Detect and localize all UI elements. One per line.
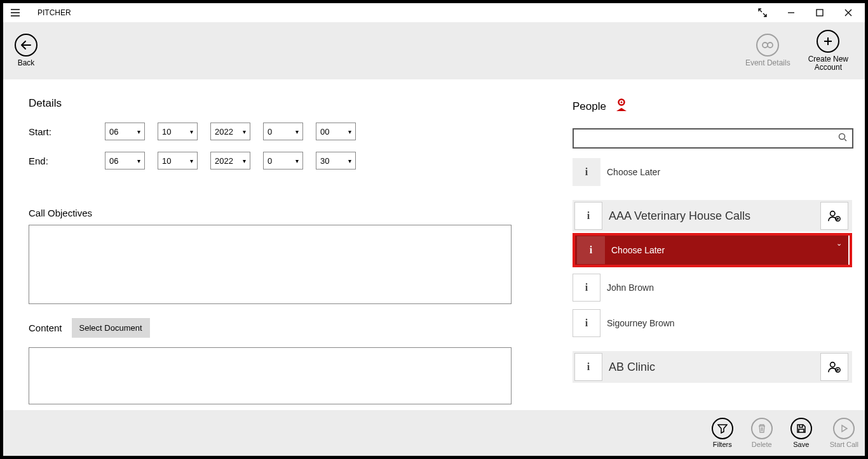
expand-icon[interactable] <box>748 3 776 22</box>
add-person-button[interactable] <box>820 353 848 381</box>
svg-rect-0 <box>817 10 823 16</box>
start-hour-select[interactable]: 0▾ <box>263 123 303 140</box>
chevron-down-icon: ▾ <box>137 128 140 135</box>
end-day-select[interactable]: 06▾ <box>105 152 145 170</box>
people-search-input[interactable] <box>579 134 838 143</box>
end-hour-select[interactable]: 0▾ <box>263 152 303 170</box>
info-icon[interactable]: i <box>573 309 600 337</box>
chevron-down-icon: ▾ <box>295 157 299 164</box>
people-list[interactable]: i Choose Later i AAA Veterinary House Ca… <box>573 158 853 410</box>
maximize-icon[interactable] <box>805 3 834 22</box>
close-icon[interactable] <box>834 3 862 22</box>
svg-point-4 <box>620 102 622 103</box>
end-year-select[interactable]: 2022▾ <box>210 152 250 170</box>
event-details-label: Event Details <box>745 59 790 67</box>
start-label: Start: <box>29 126 105 137</box>
people-group-aaa-vet[interactable]: i AAA Veterinary House Calls <box>573 200 852 232</box>
svg-point-6 <box>831 211 835 216</box>
chevron-down-icon: ▾ <box>295 128 299 135</box>
svg-point-2 <box>768 43 773 48</box>
start-year-select[interactable]: 2022▾ <box>210 123 250 140</box>
info-icon[interactable]: i <box>573 274 600 302</box>
content-area[interactable] <box>29 347 512 404</box>
titlebar: PITCHER <box>3 3 865 22</box>
end-month-select[interactable]: 10▾ <box>158 152 198 170</box>
svg-point-5 <box>839 134 845 140</box>
minimize-icon[interactable] <box>776 3 805 22</box>
people-icon <box>614 97 629 116</box>
start-call-button[interactable]: Start Call <box>830 418 858 448</box>
hamburger-icon[interactable] <box>6 3 25 22</box>
filters-button[interactable]: Filters <box>712 418 733 448</box>
info-icon[interactable]: i <box>573 158 600 186</box>
people-item-john[interactable]: i John Brown <box>573 274 852 302</box>
people-item-choose-later[interactable]: i Choose Later <box>573 158 852 186</box>
content-label: Content <box>29 323 62 333</box>
people-search[interactable] <box>573 128 853 149</box>
event-details-button[interactable]: Event Details <box>745 34 790 67</box>
call-objectives-label: Call Objectives <box>29 208 547 218</box>
top-toolbar: Back Event Details Create New Account <box>3 22 865 79</box>
chevron-down-icon: ⌄ <box>836 239 842 248</box>
chevron-down-icon: ▾ <box>137 157 140 164</box>
save-button[interactable]: Save <box>790 418 812 448</box>
create-new-account-label: Create New Account <box>808 55 848 72</box>
bottom-toolbar: Filters Delete Save Start Call <box>3 410 865 456</box>
end-label: End: <box>29 156 105 166</box>
people-item-selected[interactable]: i Choose Later ⌄ <box>573 233 852 267</box>
end-minute-select[interactable]: 30▾ <box>316 152 356 170</box>
start-minute-select[interactable]: 00▾ <box>316 123 356 140</box>
chevron-down-icon: ▾ <box>190 128 193 135</box>
create-new-account-button[interactable]: Create New Account <box>808 30 848 72</box>
start-month-select[interactable]: 10▾ <box>158 123 198 140</box>
people-title: People <box>573 97 853 116</box>
chevron-down-icon: ▾ <box>243 128 246 135</box>
search-icon <box>838 133 847 144</box>
start-day-select[interactable]: 06▾ <box>105 123 145 140</box>
people-item-sigourney[interactable]: i Sigourney Brown <box>573 309 852 337</box>
details-title: Details <box>29 97 547 110</box>
chevron-down-icon: ▾ <box>243 157 246 164</box>
chevron-down-icon: ▾ <box>348 157 351 164</box>
select-document-button[interactable]: Select Document <box>72 318 150 338</box>
info-icon[interactable]: i <box>574 202 602 230</box>
svg-point-8 <box>831 363 835 367</box>
svg-point-1 <box>763 43 768 48</box>
app-title: PITCHER <box>37 8 71 17</box>
back-label: Back <box>18 59 35 67</box>
chevron-down-icon: ▾ <box>190 157 193 164</box>
info-icon[interactable]: i <box>574 353 602 381</box>
add-person-button[interactable] <box>820 202 848 230</box>
delete-button[interactable]: Delete <box>751 418 773 448</box>
call-objectives-input[interactable] <box>29 225 512 304</box>
back-button[interactable]: Back <box>15 34 37 67</box>
info-icon[interactable]: i <box>577 236 605 264</box>
chevron-down-icon: ▾ <box>348 128 351 135</box>
people-group-ab-clinic[interactable]: i AB Clinic <box>573 351 852 383</box>
